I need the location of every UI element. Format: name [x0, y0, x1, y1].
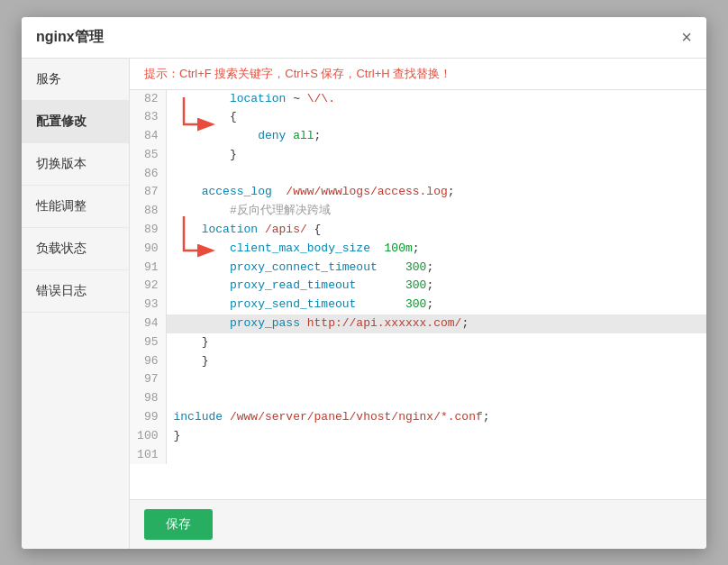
line-number: 90 [130, 240, 166, 259]
code-table: 82 location ~ \/\.83 {84 deny all;85 }86… [130, 90, 706, 465]
line-code: proxy_read_timeout 300; [166, 277, 706, 296]
line-code: access_log /www/wwwlogs/access.log; [166, 183, 706, 202]
line-number: 96 [130, 352, 166, 371]
line-number: 98 [130, 389, 166, 408]
line-number: 99 [130, 408, 166, 427]
table-row: 91 proxy_connect_timeout 300; [130, 259, 706, 278]
line-code [166, 389, 706, 408]
footer: 保存 [130, 499, 706, 549]
table-row: 101 [130, 446, 706, 465]
sidebar-item-0[interactable]: 服务 [22, 59, 129, 101]
line-number: 83 [130, 108, 166, 127]
line-code: deny all; [166, 127, 706, 146]
editor-area: 82 location ~ \/\.83 {84 deny all;85 }86… [130, 90, 706, 499]
sidebar-item-2[interactable]: 切换版本 [22, 143, 129, 186]
line-code: client_max_body_size 100m; [166, 240, 706, 259]
line-number: 89 [130, 221, 166, 240]
line-code: location ~ \/\. [166, 90, 706, 109]
table-row: 100} [130, 427, 706, 446]
line-number: 94 [130, 314, 166, 333]
table-row: 99include /www/server/panel/vhost/nginx/… [130, 408, 706, 427]
line-code: { [166, 108, 706, 127]
table-row: 90 client_max_body_size 100m; [130, 240, 706, 259]
table-row: 84 deny all; [130, 127, 706, 146]
table-row: 95 } [130, 333, 706, 352]
dialog-body: 服务配置修改切换版本性能调整负载状态错误日志 提示：Ctrl+F 搜索关键字，C… [22, 59, 706, 549]
dialog-title: nginx管理 [36, 28, 104, 47]
line-number: 82 [130, 90, 166, 109]
line-number: 91 [130, 259, 166, 278]
line-number: 84 [130, 127, 166, 146]
save-button[interactable]: 保存 [144, 509, 213, 540]
sidebar-item-1[interactable]: 配置修改 [22, 101, 129, 143]
table-row: 85 } [130, 146, 706, 165]
line-code: } [166, 333, 706, 352]
line-number: 86 [130, 165, 166, 184]
hint-bar: 提示：Ctrl+F 搜索关键字，Ctrl+S 保存，Ctrl+H 查找替换！ [130, 59, 706, 90]
dialog-header: nginx管理 × [22, 17, 706, 59]
table-row: 86 [130, 165, 706, 184]
close-button[interactable]: × [681, 28, 692, 46]
table-row: 83 { [130, 108, 706, 127]
main-dialog: nginx管理 × 服务配置修改切换版本性能调整负载状态错误日志 提示：Ctrl… [22, 17, 706, 549]
table-row: 89 location /apis/ { [130, 221, 706, 240]
line-code: proxy_pass http://api.xxxxxx.com/; [166, 314, 706, 333]
line-code: proxy_connect_timeout 300; [166, 259, 706, 278]
sidebar-item-3[interactable]: 性能调整 [22, 186, 129, 228]
line-code: location /apis/ { [166, 221, 706, 240]
hint-text: 提示：Ctrl+F 搜索关键字，Ctrl+S 保存，Ctrl+H 查找替换！ [144, 67, 451, 80]
line-number: 92 [130, 277, 166, 296]
line-code: include /www/server/panel/vhost/nginx/*.… [166, 408, 706, 427]
sidebar: 服务配置修改切换版本性能调整负载状态错误日志 [22, 59, 130, 549]
code-editor[interactable]: 82 location ~ \/\.83 {84 deny all;85 }86… [130, 90, 706, 499]
line-number: 87 [130, 183, 166, 202]
line-number: 88 [130, 202, 166, 221]
sidebar-item-5[interactable]: 错误日志 [22, 270, 129, 313]
line-code: #反向代理解决跨域 [166, 202, 706, 221]
table-row: 93 proxy_send_timeout 300; [130, 296, 706, 314]
table-row: 88 #反向代理解决跨域 [130, 202, 706, 221]
line-number: 95 [130, 333, 166, 352]
table-row: 96 } [130, 352, 706, 371]
line-number: 101 [130, 446, 166, 465]
table-row: 94 proxy_pass http://api.xxxxxx.com/; [130, 314, 706, 333]
line-code: proxy_send_timeout 300; [166, 296, 706, 314]
line-code [166, 370, 706, 389]
line-number: 100 [130, 427, 166, 446]
line-number: 93 [130, 296, 166, 314]
main-content: 提示：Ctrl+F 搜索关键字，Ctrl+S 保存，Ctrl+H 查找替换！ [130, 59, 706, 549]
table-row: 92 proxy_read_timeout 300; [130, 277, 706, 296]
table-row: 97 [130, 370, 706, 389]
line-number: 97 [130, 370, 166, 389]
table-row: 82 location ~ \/\. [130, 90, 706, 109]
line-code [166, 165, 706, 184]
table-row: 87 access_log /www/wwwlogs/access.log; [130, 183, 706, 202]
line-number: 85 [130, 146, 166, 165]
line-code: } [166, 352, 706, 371]
table-row: 98 [130, 389, 706, 408]
line-code: } [166, 146, 706, 165]
line-code: } [166, 427, 706, 446]
sidebar-item-4[interactable]: 负载状态 [22, 228, 129, 270]
line-code [166, 446, 706, 465]
